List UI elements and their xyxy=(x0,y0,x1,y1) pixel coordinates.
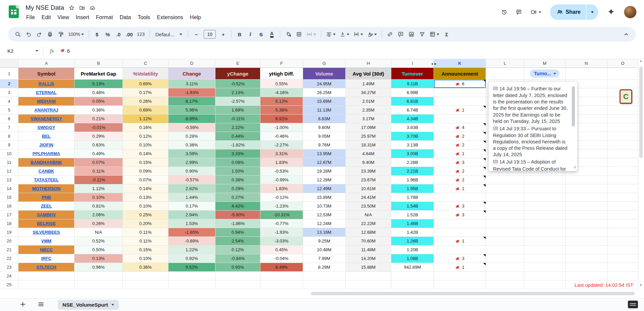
cell-H23[interactable]: 15.88M xyxy=(346,263,391,272)
cell-E21[interactable]: 0.12% xyxy=(215,246,260,254)
cell-D6[interactable]: 8.95% xyxy=(168,115,215,123)
cell-H7[interactable]: 17.09M xyxy=(346,123,391,132)
cell-K12[interactable]: 2 xyxy=(434,167,486,176)
cell-H9[interactable]: 18.31M xyxy=(346,141,391,149)
cell-H2[interactable]: 1.49M xyxy=(346,80,391,88)
italic-button[interactable]: I xyxy=(245,29,255,40)
row-header-11[interactable]: 11 xyxy=(0,158,18,167)
row-header-17[interactable]: 17 xyxy=(0,211,18,219)
cell-D14[interactable]: 2.82% xyxy=(168,184,215,193)
cell-C17[interactable]: 0.25% xyxy=(123,211,168,219)
cell-E7[interactable]: 2.22% xyxy=(215,123,260,132)
header-cell-yhigh-diff-[interactable]: yHigh Diff. xyxy=(260,68,303,80)
search-icon[interactable] xyxy=(13,29,23,40)
cell-H22[interactable]: 14.20M xyxy=(346,254,391,263)
name-box[interactable]: K2 xyxy=(0,48,43,54)
symbol-link[interactable]: SILVERBEES xyxy=(33,230,60,235)
cell-D25[interactable] xyxy=(168,280,215,289)
cell-B23[interactable]: 0.96% xyxy=(75,263,123,272)
avatar[interactable] xyxy=(624,6,637,18)
borders-icon[interactable] xyxy=(294,29,304,40)
row-header-20[interactable]: 20 xyxy=(0,237,18,246)
row-header-7[interactable]: 7 xyxy=(0,123,18,132)
cell-N21[interactable] xyxy=(565,246,607,254)
cell-A6[interactable]: SWANENERGY xyxy=(18,115,75,123)
cell-O20[interactable] xyxy=(607,237,638,246)
cell-H3[interactable]: 34.27M xyxy=(346,88,391,97)
cell-K15[interactable] xyxy=(434,193,486,202)
cell-A11[interactable]: BANDHANBNK xyxy=(18,158,75,167)
corner-widget-icon[interactable] xyxy=(628,301,638,308)
cell-I12[interactable]: 2.21B xyxy=(391,167,434,176)
cell-N14[interactable] xyxy=(565,184,607,193)
cell-O1[interactable] xyxy=(607,68,638,80)
row-header-5[interactable]: 5 xyxy=(0,106,18,115)
cell-C4[interactable]: 0.26% xyxy=(123,97,168,106)
symbol-link[interactable]: PNB xyxy=(42,195,51,200)
cell-O7[interactable] xyxy=(607,123,638,132)
cell-O12[interactable] xyxy=(607,167,638,176)
cell-I21[interactable]: 1.20B xyxy=(391,246,434,254)
cell-G20[interactable]: 9.25M xyxy=(303,237,346,246)
header-cell-premarket-gap[interactable]: PreMarket Gap xyxy=(75,68,123,80)
text-wrapping-icon[interactable] xyxy=(352,29,365,40)
history-icon[interactable] xyxy=(501,9,507,15)
zoom-button[interactable]: 100% xyxy=(66,29,86,40)
cell-E12[interactable]: 1.50% xyxy=(215,167,260,176)
cell-G5[interactable]: 11.13M xyxy=(303,106,346,115)
cell-G13[interactable]: 12.28M xyxy=(303,176,346,184)
symbol-link[interactable]: ETERNAL xyxy=(36,90,56,95)
cell-F25[interactable] xyxy=(260,280,303,289)
cell-G2[interactable]: 24.95M xyxy=(303,80,346,88)
paint-format-icon[interactable] xyxy=(56,29,66,40)
cell-B11[interactable]: 0.07% xyxy=(75,158,123,167)
cell-O19[interactable] xyxy=(607,228,638,237)
cell-B22[interactable]: 0.13% xyxy=(75,254,123,263)
column-header-D[interactable]: D xyxy=(168,59,215,68)
cell-L20[interactable] xyxy=(486,237,524,246)
cell-O24[interactable] xyxy=(607,272,638,280)
column-header-K[interactable]: K▸ xyxy=(434,59,486,68)
symbol-link[interactable]: SWANENERGY xyxy=(31,116,62,121)
cell-C25[interactable] xyxy=(123,280,168,289)
cell-F12[interactable]: -0.53% xyxy=(260,167,303,176)
row-header-13[interactable]: 13 xyxy=(0,176,18,184)
cell-A17[interactable]: SAMBHV xyxy=(18,211,75,219)
column-header-N[interactable]: N xyxy=(565,59,607,68)
cell-L19[interactable] xyxy=(486,228,524,237)
cell-F24[interactable] xyxy=(260,272,303,280)
cell-E18[interactable]: -1.86% xyxy=(215,219,260,228)
turnover-dropdown-chip[interactable]: Turno... xyxy=(530,70,559,78)
symbol-link[interactable]: BANDHANBNK xyxy=(31,160,62,165)
cell-E3[interactable]: 2.13% xyxy=(215,88,260,97)
cell-M15[interactable] xyxy=(524,193,565,202)
cell-C2[interactable]: 0.69% xyxy=(123,80,168,88)
cell-D11[interactable]: 2.99% xyxy=(168,158,215,167)
row-header-15[interactable]: 15 xyxy=(0,193,18,202)
font-family-button[interactable]: Defaul... xyxy=(153,29,185,40)
header-cell-symbol[interactable]: Symbol xyxy=(18,68,75,80)
symbol-link[interactable]: CANBK xyxy=(39,169,54,174)
row-header-22[interactable]: 22 xyxy=(0,254,18,263)
cell-F9[interactable]: -2.27% xyxy=(260,141,303,149)
cell-F10[interactable]: 3.31% xyxy=(260,149,303,158)
cell-G16[interactable]: 10.73M xyxy=(303,202,346,211)
cell-K22[interactable]: 3 xyxy=(434,254,486,263)
cell-D8[interactable]: 0.28% xyxy=(168,132,215,141)
merge-cells-icon[interactable] xyxy=(305,29,318,40)
cell-E15[interactable]: 0.27% xyxy=(215,193,260,202)
cell-K5[interactable]: 1 xyxy=(434,106,486,115)
cell-H12[interactable]: 23.39M xyxy=(346,167,391,176)
cell-E2[interactable]: -0.52% xyxy=(215,80,260,88)
cell-N18[interactable] xyxy=(565,219,607,228)
cell-N22[interactable] xyxy=(565,254,607,263)
cell-E9[interactable]: -1.82% xyxy=(215,141,260,149)
cell-I2[interactable]: 9.11B xyxy=(391,80,434,88)
cell-K23[interactable]: 1 xyxy=(434,263,486,272)
cell-G14[interactable]: 12.49M xyxy=(303,184,346,193)
redo-icon[interactable] xyxy=(34,29,44,40)
column-header-H[interactable]: H xyxy=(346,59,391,68)
cell-M17[interactable] xyxy=(524,211,565,219)
row-header-8[interactable]: 8 xyxy=(0,132,18,141)
cell-E11[interactable]: 0.08% xyxy=(215,158,260,167)
